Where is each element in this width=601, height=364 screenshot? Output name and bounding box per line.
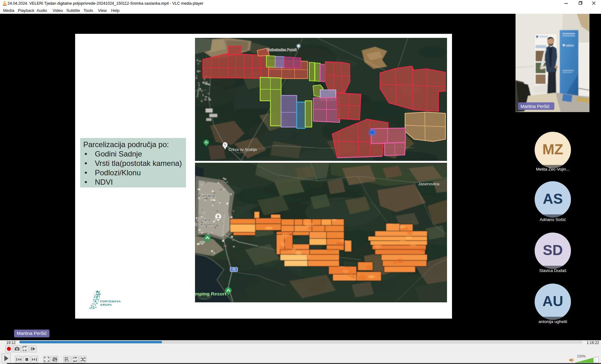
svg-text:Crkva sv Andrija: Crkva sv Andrija	[229, 147, 257, 152]
svg-text:Funtana: Funtana	[197, 218, 211, 222]
svg-text:b zatvoreno: b zatvoreno	[195, 222, 215, 227]
svg-text:Martina Peršić: Martina Peršić	[521, 104, 550, 109]
svg-text:Jasenovica: Jasenovica	[418, 182, 439, 186]
svg-text:mping Resort: mping Resort	[195, 291, 226, 296]
svg-text:GRUPA: GRUPA	[100, 303, 112, 306]
svg-text:veleri: veleri	[566, 44, 574, 47]
svg-text:75: 75	[232, 268, 236, 271]
svg-text:ela: ela	[199, 239, 205, 244]
svg-text:FORTENOVA: FORTENOVA	[100, 300, 121, 303]
svg-text:Trafostanica Poreč: Trafostanica Poreč	[266, 48, 296, 52]
svg-text:Funtana: Funtana	[199, 193, 215, 198]
svg-text:A B: A B	[23, 349, 27, 352]
